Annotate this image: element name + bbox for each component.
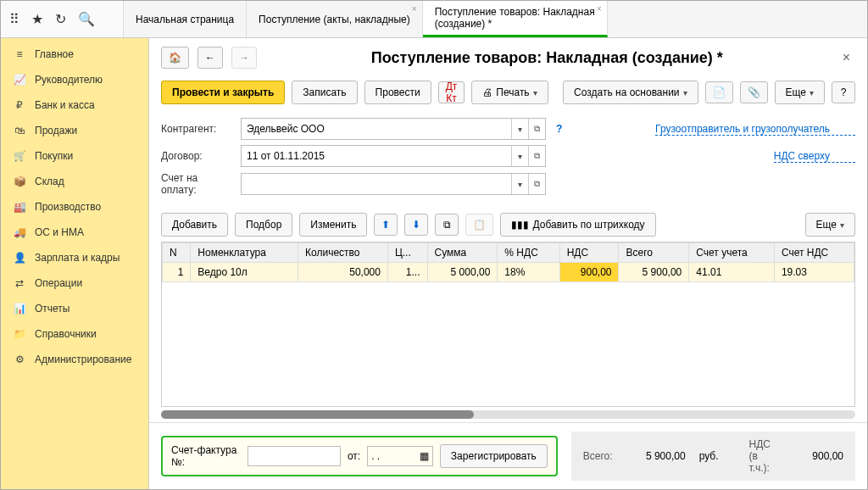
contractor-label: Контрагент: [161, 123, 234, 135]
sidebar-item-sales[interactable]: 🛍Продажи [1, 118, 148, 143]
col-qty[interactable]: Количество [298, 243, 388, 263]
col-total[interactable]: Всего [619, 243, 689, 263]
items-table[interactable]: N Номенклатура Количество Ц... Сумма % Н… [161, 242, 855, 407]
debit-credit-icon[interactable]: ДтКт [438, 81, 465, 103]
sidebar-item-label: Операции [35, 277, 82, 289]
back-button[interactable]: ← [198, 47, 223, 69]
contractor-input[interactable]: ▾ ⧉ [241, 118, 546, 140]
contract-input[interactable]: ▾ ⧉ [241, 145, 546, 167]
sidebar-item-refs[interactable]: 📁Справочники [1, 321, 148, 347]
account-input[interactable]: ▾ ⧉ [241, 173, 546, 195]
history-icon[interactable]: ↻ [55, 11, 66, 27]
bag-icon: 🛍 [13, 125, 26, 136]
help-button[interactable]: ? [832, 81, 855, 103]
total-value: 5 900,00 [626, 450, 686, 462]
sidebar-item-production[interactable]: 🏭Производство [1, 194, 148, 220]
sidebar-item-purchases[interactable]: 🛒Покупки [1, 143, 148, 169]
tab-invoice[interactable]: Поступление товаров: Накладная (создание… [423, 1, 608, 37]
post-close-button[interactable]: Провести и закрыть [161, 81, 285, 104]
barcode-button[interactable]: ▮▮▮ Добавить по штрихкоду [500, 213, 655, 237]
sidebar-item-bank[interactable]: ₽Банк и касса [1, 92, 148, 118]
report-icon-button[interactable]: 📄 [705, 81, 733, 103]
print-button[interactable]: 🖨 Печать [471, 81, 548, 104]
open-icon[interactable]: ⧉ [528, 119, 545, 139]
vat-total-label: НДС (в т.ч.): [749, 438, 771, 474]
open-icon[interactable]: ⧉ [528, 174, 545, 194]
close-page-icon[interactable]: × [837, 50, 855, 65]
post-button[interactable]: Провести [364, 81, 431, 104]
report-icon: 📊 [13, 303, 26, 315]
col-vatacct[interactable]: Счет НДС [774, 243, 854, 263]
help-link-icon[interactable]: ? [553, 123, 565, 135]
copy-icon[interactable]: ⧉ [435, 214, 459, 236]
vat-link[interactable]: НДС сверху [774, 150, 855, 163]
invoice-label: Счет-фактура №: [171, 444, 241, 468]
dropdown-icon[interactable]: ▾ [511, 174, 528, 194]
table-row[interactable]: 1 Ведро 10л 50,000 1... 5 000,00 18% 900… [163, 263, 854, 282]
vat-total-value: 900,00 [784, 450, 843, 462]
sidebar-item-label: Банк и касса [35, 99, 95, 111]
save-button[interactable]: Записать [292, 81, 357, 104]
sidebar-item-label: Администрирование [35, 354, 131, 365]
col-vatpct[interactable]: % НДС [498, 243, 559, 263]
sidebar-item-warehouse[interactable]: 📦Склад [1, 169, 148, 194]
person-icon: 👤 [13, 252, 26, 264]
sidebar-item-label: Справочники [35, 328, 97, 340]
sidebar-item-label: Покупки [35, 150, 73, 162]
tab-receipts[interactable]: Поступление (акты, накладные) × [247, 1, 423, 37]
sidebar-item-label: Зарплата и кадры [35, 252, 120, 264]
open-icon[interactable]: ⧉ [528, 146, 545, 166]
table-more-button[interactable]: Еще [805, 213, 855, 237]
col-price[interactable]: Ц... [387, 243, 427, 263]
folder-icon: 📁 [13, 328, 26, 340]
sidebar-item-label: ОС и НМА [35, 226, 84, 238]
sidebar-item-assets[interactable]: 🚚ОС и НМА [1, 220, 148, 245]
total-label: Всего: [583, 450, 613, 462]
dropdown-icon[interactable]: ▾ [511, 146, 528, 166]
star-icon[interactable]: ★ [31, 11, 43, 27]
add-row-button[interactable]: Добавить [161, 213, 228, 237]
currency: руб. [699, 450, 719, 462]
tab-home[interactable]: Начальная страница [124, 1, 247, 37]
contract-label: Договор: [161, 150, 234, 162]
apps-icon[interactable]: ⠿ [9, 11, 19, 27]
select-button[interactable]: Подбор [235, 213, 292, 237]
dropdown-icon[interactable]: ▾ [511, 119, 528, 139]
factory-icon: 🏭 [13, 201, 26, 213]
more-button[interactable]: Еще [775, 81, 825, 104]
invoice-from-label: от: [348, 450, 360, 462]
close-icon[interactable]: × [597, 4, 602, 14]
swap-icon: ⇄ [13, 277, 26, 289]
create-based-button[interactable]: Создать на основании [563, 81, 698, 104]
edit-button[interactable]: Изменить [299, 213, 367, 237]
move-down-icon[interactable]: ⬇ [404, 214, 428, 236]
shipper-link[interactable]: Грузоотправитель и грузополучатель [655, 123, 855, 136]
close-icon[interactable]: × [412, 4, 417, 14]
col-n[interactable]: N [163, 243, 191, 263]
invoice-number-input[interactable] [248, 446, 341, 466]
sidebar-item-salary[interactable]: 👤Зарплата и кадры [1, 245, 148, 270]
sidebar-item-admin[interactable]: ⚙Администрирование [1, 347, 148, 372]
home-button[interactable]: 🏠 [161, 47, 189, 69]
col-sum[interactable]: Сумма [427, 243, 498, 263]
sidebar-item-manager[interactable]: 📈Руководителю [1, 67, 148, 92]
attach-icon[interactable]: 📎 [740, 81, 768, 103]
search-icon[interactable]: 🔍 [78, 11, 95, 27]
forward-button[interactable]: → [231, 47, 257, 69]
move-up-icon[interactable]: ⬆ [374, 214, 398, 236]
sidebar-item-operations[interactable]: ⇄Операции [1, 270, 148, 296]
col-name[interactable]: Номенклатура [191, 243, 298, 263]
horizontal-scrollbar[interactable] [161, 410, 855, 419]
calendar-icon[interactable]: ▦ [420, 450, 429, 462]
sidebar-item-label: Главное [35, 48, 74, 60]
sidebar-item-label: Руководителю [35, 74, 103, 86]
totals-bar: Всего: 5 900,00 руб. НДС (в т.ч.): 900,0… [571, 432, 855, 481]
register-button[interactable]: Зарегистрировать [440, 444, 548, 468]
invoice-date-input[interactable]: . . ▦ [367, 446, 433, 466]
sidebar-item-reports[interactable]: 📊Отчеты [1, 296, 148, 321]
col-vat[interactable]: НДС [559, 243, 619, 263]
col-acct[interactable]: Счет учета [689, 243, 775, 263]
paste-icon[interactable]: 📋 [465, 214, 493, 236]
account-label: Счет на оплату: [161, 172, 234, 196]
sidebar-item-main[interactable]: ≡Главное [1, 42, 148, 67]
